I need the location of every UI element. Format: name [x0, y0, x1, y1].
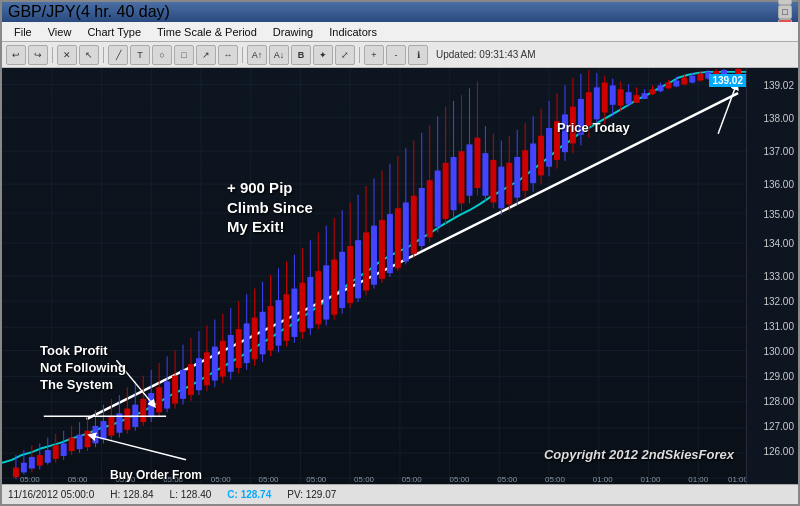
svg-rect-126 — [387, 214, 393, 273]
svg-rect-118 — [355, 240, 361, 298]
tool-rect[interactable]: □ — [174, 45, 194, 65]
title-bar: GBP/JPY(4 hr. 40 day) ─ □ ✕ — [2, 2, 798, 22]
tool-zoom-in[interactable]: + — [364, 45, 384, 65]
tool-forward[interactable]: ↪ — [28, 45, 48, 65]
menu-chart-type[interactable]: Chart Type — [79, 24, 149, 40]
svg-rect-116 — [347, 246, 353, 303]
svg-rect-106 — [307, 277, 313, 328]
svg-rect-148 — [474, 138, 480, 188]
svg-rect-98 — [276, 300, 282, 345]
price-label-130: 130.00 — [763, 345, 794, 356]
tool-a-down[interactable]: A↓ — [269, 45, 289, 65]
tool-text[interactable]: T — [130, 45, 150, 65]
svg-rect-136 — [427, 180, 433, 237]
svg-rect-54 — [100, 421, 106, 439]
svg-rect-72 — [172, 376, 178, 404]
svg-rect-48 — [77, 435, 83, 450]
svg-rect-84 — [220, 341, 226, 377]
tool-info[interactable]: ℹ — [408, 45, 428, 65]
menu-indicators[interactable]: Indicators — [321, 24, 385, 40]
svg-rect-130 — [403, 202, 409, 261]
svg-rect-70 — [164, 381, 170, 408]
svg-rect-188 — [634, 95, 640, 103]
menu-time-scale[interactable]: Time Scale & Period — [149, 24, 265, 40]
svg-rect-38 — [37, 455, 43, 466]
tool-crosshair[interactable]: ✕ — [57, 45, 77, 65]
toolbar-sep-2 — [103, 47, 104, 63]
svg-rect-104 — [299, 283, 305, 332]
svg-text:05:00: 05:00 — [68, 475, 89, 484]
title-text: GBP/JPY(4 hr. 40 day) — [8, 3, 170, 21]
svg-rect-56 — [108, 416, 114, 435]
bottom-pv: PV: 129.07 — [287, 489, 336, 500]
svg-rect-92 — [252, 318, 258, 360]
toolbar-sep-4 — [359, 47, 360, 63]
svg-rect-94 — [260, 312, 266, 355]
svg-rect-46 — [69, 438, 75, 452]
svg-rect-162 — [530, 143, 536, 183]
svg-rect-74 — [180, 370, 186, 399]
svg-rect-140 — [443, 163, 449, 219]
svg-rect-110 — [323, 265, 329, 319]
svg-text:01:00: 01:00 — [728, 475, 746, 484]
tool-zoom-out[interactable]: - — [386, 45, 406, 65]
svg-rect-60 — [124, 409, 130, 430]
svg-rect-158 — [514, 157, 520, 198]
svg-rect-164 — [538, 136, 544, 176]
menu-drawing[interactable]: Drawing — [265, 24, 321, 40]
svg-text:05:00: 05:00 — [20, 475, 41, 484]
svg-rect-166 — [546, 128, 552, 167]
price-label-135: 135.00 — [763, 208, 794, 219]
tool-star[interactable]: ✦ — [313, 45, 333, 65]
svg-text:05:00: 05:00 — [497, 475, 518, 484]
svg-rect-186 — [626, 92, 632, 104]
chart-main[interactable]: InteliChart™ by Fxtrek.com GBP/JPY(4 hr.… — [2, 68, 746, 484]
svg-rect-124 — [379, 220, 385, 279]
tool-a-up[interactable]: A↑ — [247, 45, 267, 65]
menu-view[interactable]: View — [40, 24, 80, 40]
tool-line[interactable]: ╱ — [108, 45, 128, 65]
svg-rect-108 — [315, 271, 321, 324]
svg-text:05:00: 05:00 — [402, 475, 423, 484]
tool-arrow[interactable]: ↗ — [196, 45, 216, 65]
updated-text: Updated: 09:31:43 AM — [436, 49, 536, 60]
svg-rect-204 — [697, 74, 703, 81]
svg-rect-96 — [268, 306, 274, 351]
svg-rect-82 — [212, 347, 218, 381]
tool-trend[interactable]: ⤢ — [335, 45, 355, 65]
price-label-136: 136.00 — [763, 179, 794, 190]
svg-rect-90 — [244, 323, 250, 363]
svg-rect-138 — [435, 171, 441, 227]
price-label-131: 131.00 — [763, 320, 794, 331]
svg-text:01:00: 01:00 — [688, 475, 709, 484]
svg-rect-64 — [140, 399, 146, 422]
bottom-high: H: 128.84 — [110, 489, 153, 500]
price-label-134: 134.00 — [763, 237, 794, 248]
svg-rect-160 — [522, 150, 528, 191]
annotation-took-profit: Took ProfitNot FollowingThe System — [40, 343, 126, 394]
svg-rect-66 — [148, 393, 154, 417]
tool-circle[interactable]: ○ — [152, 45, 172, 65]
svg-rect-192 — [650, 89, 656, 94]
tool-measure[interactable]: ↔ — [218, 45, 238, 65]
menu-bar: File View Chart Type Time Scale & Period… — [2, 22, 798, 42]
svg-text:01:00: 01:00 — [641, 475, 662, 484]
svg-rect-120 — [363, 232, 369, 290]
price-label-126: 126.00 — [763, 445, 794, 456]
svg-text:05:00: 05:00 — [259, 475, 280, 484]
menu-file[interactable]: File — [6, 24, 40, 40]
tool-back[interactable]: ↩ — [6, 45, 26, 65]
svg-text:05:00: 05:00 — [354, 475, 375, 484]
svg-rect-44 — [61, 443, 67, 456]
svg-rect-80 — [204, 352, 210, 385]
maximize-button[interactable]: □ — [778, 5, 792, 19]
svg-rect-122 — [371, 226, 377, 285]
annotation-buy-order: Buy Order FromIchimoku System — [110, 468, 209, 484]
svg-rect-112 — [331, 260, 337, 315]
tool-pointer[interactable]: ↖ — [79, 45, 99, 65]
svg-rect-52 — [93, 426, 99, 443]
svg-rect-146 — [467, 144, 473, 195]
svg-rect-184 — [618, 89, 624, 105]
tool-bold[interactable]: B — [291, 45, 311, 65]
svg-rect-178 — [594, 87, 600, 119]
